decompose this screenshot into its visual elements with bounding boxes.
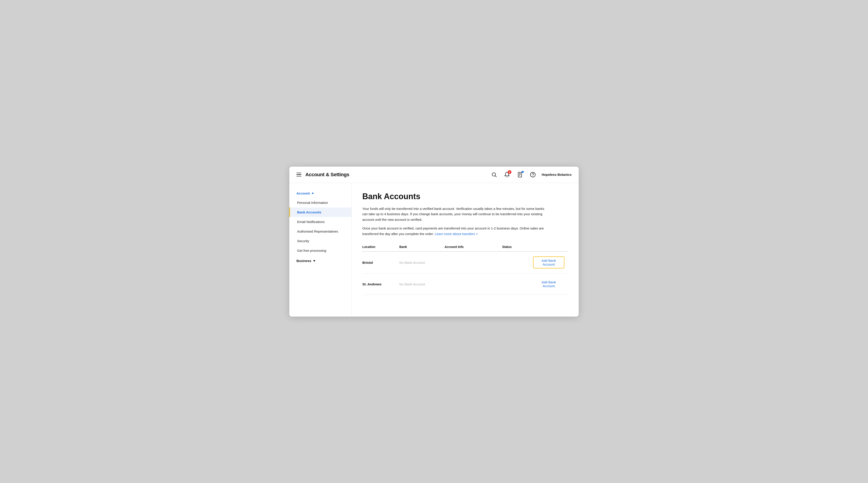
bank-accounts-table: Location Bank Account Info Status Bristo… xyxy=(362,243,568,295)
app-window: Account & Settings 1 xyxy=(289,167,579,317)
sidebar-business-header[interactable]: Business xyxy=(289,255,351,264)
row-bristol-location: Bristol xyxy=(362,252,399,274)
row-bristol-action: Add Bank Account xyxy=(533,252,568,274)
row-bristol-bank: No Bank Account xyxy=(399,252,444,274)
learn-more-link[interactable]: Learn more about transfers > xyxy=(435,232,478,236)
svg-line-1 xyxy=(495,175,497,177)
help-icon xyxy=(530,172,536,177)
sidebar-item-email-notifications[interactable]: Email Notifications xyxy=(289,217,351,227)
row-standrews-action: Add Bank Account xyxy=(533,274,568,295)
col-header-accountinfo: Account Info xyxy=(445,243,502,252)
page-title: Bank Accounts xyxy=(362,192,568,201)
col-header-status: Status xyxy=(502,243,533,252)
search-icon xyxy=(491,172,497,177)
description-paragraph-2: Once your bank account is verified, card… xyxy=(362,226,545,237)
row-standrews-status xyxy=(502,274,533,295)
sidebar-item-get-free-processing[interactable]: Get free processing xyxy=(289,246,351,255)
app-title: Account & Settings xyxy=(305,172,349,177)
row-bristol-status xyxy=(502,252,533,274)
row-bristol-account-info xyxy=(445,252,502,274)
sidebar-account-header[interactable]: Account xyxy=(289,190,351,198)
sidebar-item-security[interactable]: Security xyxy=(289,236,351,246)
add-bank-account-bristol-button[interactable]: Add Bank Account xyxy=(533,256,564,268)
col-header-bank: Bank xyxy=(399,243,444,252)
row-standrews-account-info xyxy=(445,274,502,295)
sidebar-item-authorised-representatives[interactable]: Authorised Representatives xyxy=(289,227,351,236)
sidebar-account-label: Account xyxy=(297,191,310,195)
topnav-right: 1 Hopeless Botan xyxy=(490,171,571,179)
col-header-location: Location xyxy=(362,243,399,252)
row-standrews-location: St. Andrews xyxy=(362,274,399,295)
reports-button[interactable] xyxy=(516,171,524,179)
chevron-down-icon xyxy=(313,260,315,262)
notification-badge: 1 xyxy=(508,170,512,174)
search-button[interactable] xyxy=(490,171,498,179)
col-header-action xyxy=(533,243,568,252)
help-button[interactable] xyxy=(529,171,537,179)
add-bank-account-standrews-button[interactable]: Add Bank Account xyxy=(533,279,564,290)
sidebar-business-label: Business xyxy=(297,259,311,263)
sidebar-item-bank-accounts[interactable]: Bank Accounts xyxy=(289,207,351,217)
topnav-left: Account & Settings xyxy=(297,172,490,177)
chevron-up-icon xyxy=(312,192,314,194)
table-row: Bristol No Bank Account Add Bank Account xyxy=(362,252,568,274)
hamburger-menu-icon[interactable] xyxy=(297,173,301,177)
row-standrews-bank: No Bank Account xyxy=(399,274,444,295)
sidebar-item-personal-information[interactable]: Personal Information xyxy=(289,198,351,207)
main-layout: Account Personal Information Bank Accoun… xyxy=(289,183,579,317)
main-content: Bank Accounts Your funds will only be tr… xyxy=(352,183,579,317)
table-row: St. Andrews No Bank Account Add Bank Acc… xyxy=(362,274,568,295)
reports-badge xyxy=(522,171,524,173)
top-navigation: Account & Settings 1 xyxy=(289,167,579,183)
notifications-button[interactable]: 1 xyxy=(503,171,511,179)
sidebar: Account Personal Information Bank Accoun… xyxy=(289,183,352,317)
user-label[interactable]: Hopeless Botanics xyxy=(542,173,571,176)
description-paragraph-1: Your funds will only be transferred into… xyxy=(362,206,545,223)
svg-point-0 xyxy=(492,173,495,176)
